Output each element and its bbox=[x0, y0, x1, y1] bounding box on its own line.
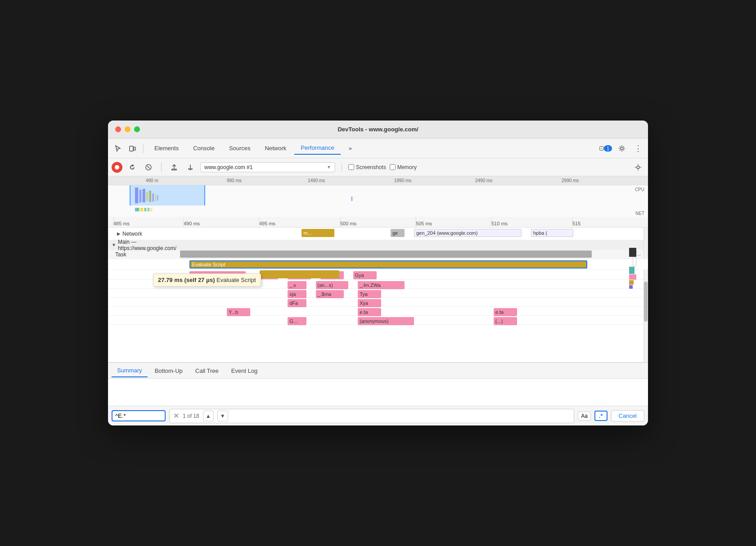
right-mini-chart bbox=[629, 248, 643, 347]
record-button[interactable] bbox=[112, 162, 122, 173]
eval-script-blocks: Evaluate Script bbox=[180, 259, 648, 269]
search-prev-btn[interactable]: ▲ bbox=[203, 411, 214, 421]
mini-block-4 bbox=[629, 274, 636, 280]
net-label: NET bbox=[635, 211, 644, 216]
clear-button[interactable] bbox=[142, 161, 155, 174]
download-button[interactable] bbox=[184, 161, 197, 174]
main-collapse-icon[interactable]: ▼ bbox=[112, 242, 116, 247]
block-dfa[interactable]: dFa bbox=[288, 299, 306, 307]
svg-rect-17 bbox=[135, 208, 140, 211]
ruler-495: 495 ms bbox=[259, 221, 275, 226]
block-an-s[interactable]: (an...s) bbox=[316, 281, 349, 289]
network-row: ▶ Network m... ge gen_204 (www.google.co… bbox=[108, 228, 648, 240]
tab-console[interactable]: Console bbox=[187, 142, 221, 154]
tab-elements[interactable]: Elements bbox=[148, 142, 185, 154]
block-lm-zwa[interactable]: _.lm.ZWa bbox=[358, 281, 405, 289]
ruler-485: 485 ms bbox=[113, 221, 130, 226]
task-blocks: T... bbox=[180, 250, 648, 259]
evaluate-script-section: 27.79 ms (self 27 μs) Evaluate Script Ev… bbox=[108, 259, 648, 270]
mini-block-1 bbox=[629, 248, 636, 257]
regex-btn[interactable]: .* bbox=[594, 411, 608, 421]
block-eta-1[interactable]: e.ta bbox=[358, 308, 381, 316]
close-button[interactable] bbox=[115, 126, 121, 132]
main-section-label: ▼ Main — https://www.google.com/ bbox=[108, 239, 180, 251]
maximize-button[interactable] bbox=[134, 126, 140, 132]
upload-button[interactable] bbox=[168, 161, 180, 174]
mini-block-6 bbox=[629, 285, 633, 289]
block-xya[interactable]: Xya bbox=[358, 299, 381, 307]
devtools-window: DevTools - www.google.com/ Elements Cons… bbox=[108, 121, 648, 425]
block-yb[interactable]: Y...b bbox=[227, 308, 250, 316]
tab-summary[interactable]: Summary bbox=[112, 364, 148, 377]
url-dropdown-icon[interactable]: ▼ bbox=[327, 165, 331, 170]
tab-performance[interactable]: Performance bbox=[294, 142, 340, 155]
main-label-text: Main — https://www.google.com/ bbox=[118, 239, 180, 251]
task-block[interactable] bbox=[180, 251, 592, 258]
tab-event-log[interactable]: Event Log bbox=[226, 365, 263, 377]
device-icon-btn[interactable] bbox=[126, 142, 139, 155]
block-tya[interactable]: Tya bbox=[358, 290, 381, 298]
traffic-lights bbox=[115, 126, 140, 132]
evaluate-script-block[interactable]: Evaluate Script bbox=[189, 260, 587, 269]
network-expand-icon[interactable]: ▶ bbox=[117, 231, 121, 236]
timeline-selection[interactable] bbox=[130, 185, 205, 206]
svg-rect-20 bbox=[148, 208, 150, 211]
svg-point-7 bbox=[637, 166, 639, 169]
bottom-tabs: Summary Bottom-Up Call Tree Event Log bbox=[108, 363, 648, 379]
settings-btn[interactable] bbox=[616, 142, 628, 155]
block-sma[interactable]: _.$ma bbox=[316, 290, 344, 298]
network-block-m[interactable]: m... bbox=[302, 229, 334, 237]
block-anonymous-2[interactable]: (anonymous) bbox=[358, 317, 414, 325]
block-eta-2[interactable]: e.ta bbox=[494, 308, 517, 316]
screenshots-checkbox[interactable] bbox=[348, 164, 354, 170]
block-g[interactable]: G... bbox=[288, 317, 306, 325]
svg-rect-0 bbox=[130, 146, 133, 151]
block-xja[interactable]: xja bbox=[288, 290, 306, 298]
search-input-wrapper[interactable] bbox=[112, 410, 166, 421]
ruler-490: 490 ms bbox=[184, 221, 200, 226]
ruler-510: 510 ms bbox=[491, 221, 508, 226]
screenshots-checkbox-label[interactable]: Screenshots bbox=[348, 164, 386, 170]
more-btn[interactable]: ⋮ bbox=[632, 142, 644, 155]
memory-checkbox[interactable] bbox=[390, 164, 396, 170]
tab-bottom-up[interactable]: Bottom-Up bbox=[149, 365, 188, 377]
tab-more[interactable]: » bbox=[342, 142, 358, 154]
row-pink-5-blocks: G... (anonymous) (...) bbox=[180, 316, 648, 324]
perf-settings-btn[interactable] bbox=[632, 161, 644, 174]
block-anon-parens[interactable]: (...) bbox=[494, 317, 517, 325]
net-area: NET bbox=[108, 206, 648, 217]
url-bar[interactable]: www.google.com #1 ▼ bbox=[200, 162, 335, 172]
reload-button[interactable] bbox=[126, 161, 139, 174]
search-count: 1 of 18 bbox=[183, 413, 199, 419]
tab-network[interactable]: Network bbox=[259, 142, 293, 154]
row-pink-4-blocks: Y...b e.ta e.ta bbox=[180, 307, 648, 315]
time-mark-1490: 1490 ms bbox=[308, 178, 325, 183]
main-toolbar: Elements Console Sources Network Perform… bbox=[108, 139, 648, 158]
time-mark-490: 490 m bbox=[146, 178, 158, 183]
svg-rect-1 bbox=[134, 147, 135, 150]
network-row-label: Network bbox=[122, 231, 142, 237]
search-input[interactable] bbox=[115, 412, 151, 419]
block-gya[interactable]: Gya bbox=[353, 271, 377, 279]
network-block-hpba[interactable]: hpba ( bbox=[531, 229, 573, 237]
search-main-area[interactable]: ✕ 1 of 18 ▲ ▼ bbox=[169, 409, 574, 423]
memory-checkbox-label[interactable]: Memory bbox=[390, 164, 417, 170]
tooltip-time: 27.79 ms (self 27 μs) bbox=[158, 277, 215, 283]
timeline-overview: 490 m 990 ms 1490 ms 1990 ms 2490 ms 299… bbox=[108, 176, 648, 217]
network-block-gen204[interactable]: gen_204 (www.google.com) bbox=[414, 229, 522, 237]
svg-line-6 bbox=[147, 166, 150, 169]
svg-point-4 bbox=[621, 147, 623, 150]
search-clear-btn[interactable]: ✕ bbox=[173, 412, 179, 420]
network-block-ge[interactable]: ge bbox=[391, 229, 405, 237]
cancel-btn[interactable]: Cancel bbox=[611, 410, 644, 421]
block-x[interactable]: _.x bbox=[288, 281, 306, 289]
tab-call-tree[interactable]: Call Tree bbox=[190, 365, 224, 377]
notifications-btn[interactable]: ≡ 1 bbox=[599, 142, 612, 155]
match-case-btn[interactable]: Aa bbox=[578, 412, 591, 421]
row-pink-3-blocks: dFa Xya bbox=[180, 298, 648, 306]
block-runmicrotasks[interactable] bbox=[260, 270, 339, 278]
tab-sources[interactable]: Sources bbox=[223, 142, 257, 154]
cursor-icon-btn[interactable] bbox=[112, 142, 124, 155]
minimize-button[interactable] bbox=[125, 126, 130, 132]
search-next-btn[interactable]: ▼ bbox=[217, 411, 228, 421]
